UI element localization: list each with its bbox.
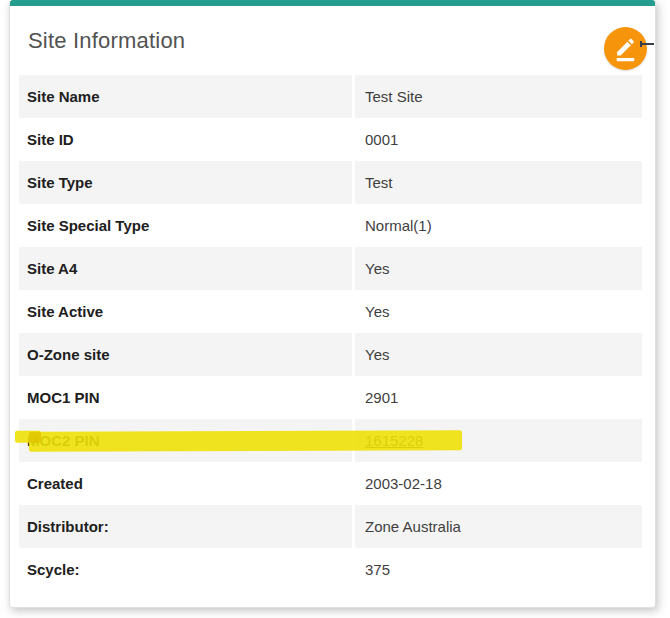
row-label: Site Name [19,75,352,118]
info-row-site-name: Site Name Test Site [19,75,642,118]
site-information-card: Site Information Site Name Test Site Sit… [9,0,656,608]
row-label: Site Type [19,161,352,204]
row-value: 2003-02-18 [355,462,642,505]
info-row-scycle: Scycle: 375 [19,548,642,591]
row-label: Scycle: [19,548,352,591]
card-header: Site Information [10,6,655,75]
card-title: Site Information [28,28,185,54]
row-label: Site Special Type [19,204,352,247]
info-row-created: Created 2003-02-18 [19,462,642,505]
row-label: Created [19,462,352,505]
info-row-moc2-pin: MOC2 PIN 1615228 [19,419,642,462]
info-row-site-a4: Site A4 Yes [19,247,642,290]
annotation-dash [640,43,654,45]
info-row-site-type: Site Type Test [19,161,642,204]
row-value: 2901 [355,376,642,419]
row-label: MOC2 PIN [19,419,352,462]
row-value: 0001 [355,118,642,161]
row-value: Yes [355,247,642,290]
row-value: Zone Australia [355,505,642,548]
row-value: Normal(1) [355,204,642,247]
row-value: Test Site [355,75,642,118]
row-label: MOC1 PIN [19,376,352,419]
info-row-site-id: Site ID 0001 [19,118,642,161]
row-value: Yes [355,290,642,333]
row-label: Site Active [19,290,352,333]
row-label: Distributor: [19,505,352,548]
edit-button[interactable] [604,27,647,70]
info-row-site-special-type: Site Special Type Normal(1) [19,204,642,247]
info-row-ozone-site: O-Zone site Yes [19,333,642,376]
pencil-icon [614,36,637,62]
info-row-site-active: Site Active Yes [19,290,642,333]
row-value: 375 [355,548,642,591]
info-row-distributor: Distributor: Zone Australia [19,505,642,548]
row-label: Site A4 [19,247,352,290]
row-value: 1615228 [355,419,642,462]
row-label: Site ID [19,118,352,161]
moc2-pin-link[interactable]: 1615228 [365,432,423,449]
row-label: O-Zone site [19,333,352,376]
info-table: Site Name Test Site Site ID 0001 Site Ty… [10,75,655,591]
row-value: Yes [355,333,642,376]
row-value: Test [355,161,642,204]
info-row-moc1-pin: MOC1 PIN 2901 [19,376,642,419]
